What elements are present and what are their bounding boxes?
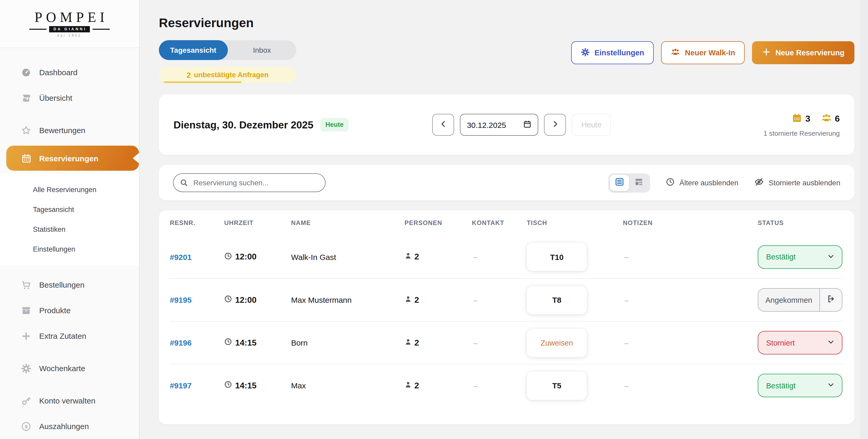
sidebar-item-produkte[interactable]: Produkte (0, 298, 139, 323)
star-icon (21, 125, 31, 135)
chevron-left-icon (439, 120, 448, 130)
pending-count: 2 (187, 71, 191, 79)
status-select[interactable]: Bestätigt (758, 245, 842, 269)
contact-value: – (472, 296, 527, 304)
reservation-id-link[interactable]: #9197 (170, 381, 224, 390)
submenu-einstellungen[interactable]: Einstellungen (0, 239, 139, 259)
next-day-button[interactable] (544, 114, 566, 136)
person-icon (404, 381, 412, 390)
prev-day-button[interactable] (432, 114, 454, 136)
people-icon (670, 47, 680, 59)
guest-name: Max Mustermann (291, 296, 404, 304)
submenu-statistiken[interactable]: Statistiken (0, 219, 139, 239)
reservation-id-link[interactable]: #9201 (170, 252, 224, 261)
sidebar-item-bestellungen[interactable]: Bestellungen (0, 272, 139, 298)
reservierungen-submenu: Alle Reservierungen Tagesansicht Statist… (0, 173, 139, 265)
clock-icon (224, 295, 232, 305)
new-walkin-button[interactable]: Neuer Walk-In (661, 41, 744, 64)
submenu-alle-reservierungen[interactable]: Alle Reservierungen (0, 179, 139, 199)
page-title: Reservierungen (159, 16, 855, 30)
sidebar-item-label: Bestellungen (39, 280, 84, 289)
box-icon (21, 305, 31, 315)
grid-view-button[interactable] (629, 175, 649, 191)
reservation-id-link[interactable]: #9196 (170, 338, 224, 347)
settings-button[interactable]: Einstellungen (571, 41, 653, 64)
reservation-id-link[interactable]: #9195 (170, 296, 224, 304)
plus-icon (21, 331, 31, 341)
chevron-down-icon (827, 338, 835, 348)
col-name: Name (291, 219, 404, 227)
col-status: Status (758, 219, 843, 227)
sidebar-item-label: Produkte (39, 306, 70, 315)
sidebar-item-konto-verwalten[interactable]: Konto verwalten (0, 388, 139, 413)
table-assignment-button[interactable]: T8 (527, 286, 587, 314)
sidebar-item-label: Übersicht (39, 94, 72, 102)
search-input[interactable] (173, 173, 326, 192)
scrollbar-track[interactable] (860, 0, 868, 439)
sidebar-item-bewertungen[interactable]: Bewertungen (0, 117, 139, 143)
toolbar-row: Tagesansicht Inbox 2 unbestätigte Anfrag… (159, 40, 855, 83)
app-window: POMPEI DA GIANNI dal 1952 Dashboard Über… (0, 0, 868, 439)
pending-requests-banner[interactable]: 2 unbestätigte Anfragen (159, 67, 296, 83)
guest-name: Max (291, 381, 404, 390)
table-assignment-button[interactable]: T5 (527, 371, 587, 400)
table-header-row: Resnr. Uhrzeit Name Personen Kontakt Tis… (170, 210, 843, 235)
view-mode-toggle (608, 173, 650, 192)
date-input[interactable]: 30.12.2025 (460, 114, 538, 136)
dollar-icon: $ (21, 421, 31, 432)
sidebar-item-auszahlungen[interactable]: $ Auszahlungen (0, 413, 139, 439)
sidebar: POMPEI DA GIANNI dal 1952 Dashboard Über… (0, 0, 140, 439)
sidebar-item-dashboard[interactable]: Dashboard (0, 60, 139, 85)
notes-value: – (623, 381, 758, 390)
today-button[interactable]: Heute (572, 114, 611, 136)
date-card: Dienstag, 30. Dezember 2025 Heute 30.12.… (159, 95, 855, 155)
tab-tagesansicht[interactable]: Tagesansicht (159, 40, 227, 60)
gear-icon (21, 363, 31, 373)
grid-view-icon (634, 177, 644, 189)
reservation-count: 3 (792, 112, 810, 126)
logo-rule-right (92, 29, 110, 30)
col-personen: Personen (404, 219, 472, 227)
logo-subtitle: DA GIANNI (50, 26, 90, 33)
table-row: #9195 12:00 Max Mustermann 2 – T8 – Ange… (170, 278, 843, 321)
people-gold-icon (821, 112, 832, 126)
status-arrived-button[interactable]: Angekommen (758, 288, 820, 312)
plus-icon (762, 47, 771, 58)
status-select[interactable]: Storniert (758, 331, 842, 354)
person-icon (404, 295, 412, 305)
new-reservation-button[interactable]: Neue Reservierung (752, 41, 855, 64)
col-tisch: Tisch (527, 219, 623, 227)
calendar-input-icon (523, 120, 532, 130)
sidebar-item-reservierungen[interactable]: Reservierungen (6, 146, 139, 171)
hide-cancelled-toggle[interactable]: Stornierte ausblenden (754, 177, 840, 189)
col-kontakt: Kontakt (472, 219, 527, 227)
store-icon (21, 93, 31, 103)
calendar-icon (21, 153, 31, 163)
svg-text:$: $ (25, 424, 28, 429)
clock-icon (666, 177, 675, 188)
logo-tagline: dal 1952 (57, 34, 82, 37)
pending-text: unbestätigte Anfragen (194, 71, 269, 79)
submenu-tagesansicht[interactable]: Tagesansicht (0, 199, 139, 219)
sidebar-item-uebersicht[interactable]: Übersicht (0, 85, 139, 111)
list-view-button[interactable] (610, 175, 629, 191)
key-icon (21, 396, 31, 406)
search-field-wrap (173, 173, 326, 192)
guest-name: Born (291, 338, 404, 347)
checkout-button[interactable] (820, 288, 842, 312)
tab-inbox[interactable]: Inbox (227, 40, 296, 60)
sidebar-item-wochenkarte[interactable]: Wochenkarte (0, 356, 139, 381)
status-select[interactable]: Bestätigt (758, 374, 842, 397)
assign-table-button[interactable]: Zuweisen (527, 329, 587, 357)
notes-value: – (623, 296, 758, 304)
hide-older-toggle[interactable]: Ältere ausblenden (666, 177, 738, 188)
col-notizen: Notizen (623, 219, 758, 227)
reservations-table: Resnr. Uhrzeit Name Personen Kontakt Tis… (159, 210, 855, 425)
sidebar-item-label: Konto verwalten (39, 396, 95, 405)
notes-value: – (623, 339, 758, 347)
sidebar-item-extra-zutaten[interactable]: Extra Zutaten (0, 323, 139, 349)
main-content: Reservierungen Tagesansicht Inbox 2 unbe… (140, 0, 868, 439)
cart-icon (21, 279, 31, 290)
table-assignment-button[interactable]: T10 (527, 243, 587, 271)
action-buttons: Einstellungen Neuer Walk-In Neue Reservi… (571, 41, 855, 64)
